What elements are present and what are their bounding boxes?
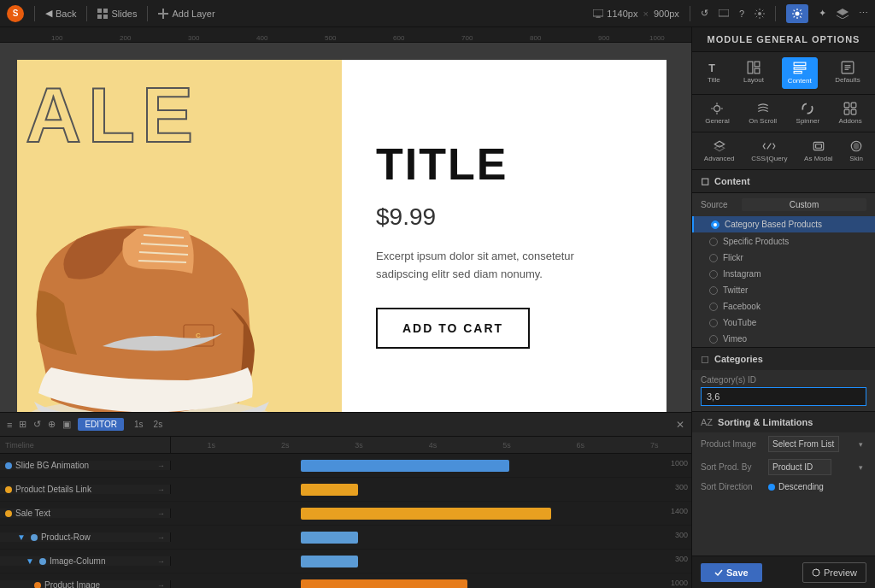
shoe-image: C xyxy=(17,137,299,412)
module-tab-row2: General On Scroll Spinner Addons xyxy=(692,95,875,132)
source-row: Source Custom xyxy=(692,193,875,216)
tab-defaults[interactable]: Defaults xyxy=(830,57,865,89)
device-preview[interactable] xyxy=(719,9,729,18)
svg-rect-6 xyxy=(593,9,603,16)
gear-active-button[interactable] xyxy=(786,4,808,23)
timeline-bar[interactable] xyxy=(301,532,358,544)
help-button[interactable]: ? xyxy=(739,9,744,19)
layers-button[interactable] xyxy=(837,9,849,19)
star-button[interactable]: ✦ xyxy=(819,8,826,19)
add-layer-button[interactable]: Add Layer xyxy=(158,9,214,19)
module-tab-row3: Advanced CSS/jQuery As Modal Skin xyxy=(692,132,875,170)
tab-title[interactable]: T Title xyxy=(702,57,725,89)
svg-point-32 xyxy=(803,103,813,113)
option-twitter[interactable]: Twitter xyxy=(692,282,875,298)
tab-advanced[interactable]: Advanced xyxy=(699,136,740,166)
save-button[interactable]: Save xyxy=(701,563,762,582)
timeline: ≡ ⊞ ↺ ⊕ ▣ EDITOR 1s 2s ✕ Timeline 1s 2s … xyxy=(0,412,691,588)
svg-rect-1 xyxy=(103,9,108,13)
slide-right: TITLE $9.99 Excerpt ipsum dolor sit amet… xyxy=(342,60,667,412)
svg-rect-3 xyxy=(103,15,108,19)
category-icon: ◻ xyxy=(701,353,709,365)
tab-spinner[interactable]: Spinner xyxy=(791,98,825,128)
canvas-area: 100 200 300 400 500 600 700 800 900 1000… xyxy=(0,27,691,588)
back-button[interactable]: ◀ Back xyxy=(45,8,76,19)
timeline-close-button[interactable]: ✕ xyxy=(676,419,684,431)
svg-rect-10 xyxy=(719,9,729,16)
sort-prod-by-select[interactable]: Product ID Product Name Price xyxy=(768,459,831,475)
option-vimeo[interactable]: Vimeo xyxy=(692,331,875,347)
option-flickr[interactable]: Flickr xyxy=(692,250,875,266)
svg-rect-5 xyxy=(158,13,168,15)
option-facebook[interactable]: Facebook xyxy=(692,298,875,315)
svg-rect-35 xyxy=(844,109,849,115)
product-image-row: Product Image Select From List Featured … xyxy=(692,432,875,456)
tab-content[interactable]: Content xyxy=(782,57,818,89)
svg-rect-26 xyxy=(794,71,802,73)
svg-rect-23 xyxy=(755,68,760,74)
resolution-display[interactable]: 1140px × 900px xyxy=(593,9,679,19)
timeline-hamburger-icon[interactable]: ≡ xyxy=(7,420,12,430)
option-youtube[interactable]: YouTube xyxy=(692,315,875,331)
option-category-based[interactable]: Category Based Products xyxy=(692,216,875,232)
radio-empty xyxy=(709,270,718,279)
radio-empty xyxy=(709,254,718,262)
categories-section-header: ◻ Categories xyxy=(692,347,875,370)
tab-layout[interactable]: Layout xyxy=(738,57,769,89)
timeline-editor-tab[interactable]: EDITOR xyxy=(78,418,124,431)
timeline-bar[interactable] xyxy=(301,460,509,472)
option-instagram[interactable]: Instagram xyxy=(692,266,875,282)
content-section-header: ◻ Content xyxy=(692,170,875,193)
radio-empty xyxy=(709,319,718,327)
add-to-cart-button[interactable]: ADD TO CART xyxy=(376,308,530,349)
table-row: Slide BG Animation → 1000 xyxy=(0,454,691,478)
sort-direction-row: Sort Direction Descending xyxy=(692,479,875,495)
slide-left: ALE xyxy=(17,60,342,412)
timeline-grid-icon[interactable]: ⊞ xyxy=(19,419,26,430)
svg-point-11 xyxy=(758,12,761,15)
sorting-icon: AZ xyxy=(701,417,713,427)
undo-button[interactable]: ↺ xyxy=(701,8,708,19)
timeline-plus-icon[interactable]: ⊕ xyxy=(48,419,56,430)
product-excerpt: Excerpt ipsum dolor sit amet, consetetur… xyxy=(376,248,615,284)
product-canvas: ALE xyxy=(17,60,667,412)
svg-rect-36 xyxy=(851,109,856,115)
timeline-folder-icon[interactable]: ▣ xyxy=(62,419,71,430)
table-row: Sale Text → 1400 xyxy=(0,502,691,526)
svg-text:T: T xyxy=(709,62,716,74)
tab-as-modal[interactable]: As Modal xyxy=(799,136,837,166)
menu-button[interactable]: ⋯ xyxy=(859,8,868,19)
svg-rect-39 xyxy=(815,144,821,149)
radio-empty xyxy=(709,238,718,246)
category-id-row: Category(s) ID xyxy=(692,370,875,411)
timeline-bar[interactable] xyxy=(301,579,467,588)
radio-empty xyxy=(709,335,718,344)
sort-direction-indicator xyxy=(768,484,775,491)
category-id-input[interactable] xyxy=(701,387,866,406)
tab-css-jquery[interactable]: CSS/jQuery xyxy=(746,136,792,166)
table-row: Product Details Link → 300 xyxy=(0,478,691,502)
settings-icon[interactable] xyxy=(755,9,765,19)
tab-on-scroll[interactable]: On Scroll xyxy=(743,98,782,128)
timeline-bar[interactable] xyxy=(301,484,358,496)
radio-filled xyxy=(711,220,719,229)
option-specific-products[interactable]: Specific Products xyxy=(692,233,875,250)
preview-button[interactable]: Preview xyxy=(802,562,866,583)
slides-button[interactable]: Slides xyxy=(97,9,137,19)
timeline-bar[interactable] xyxy=(301,556,358,567)
radio-empty xyxy=(709,286,718,295)
category-id-label: Category(s) ID xyxy=(701,375,866,385)
table-row: ▼ Product-Row → 300 xyxy=(0,526,691,550)
product-price: $9.99 xyxy=(376,203,632,231)
timeline-refresh-icon[interactable]: ↺ xyxy=(33,419,41,430)
svg-point-12 xyxy=(796,11,800,15)
tab-general[interactable]: General xyxy=(700,98,734,128)
tab-addons[interactable]: Addons xyxy=(834,98,867,128)
right-panel: MODULE GENERAL OPTIONS T Title Layout Co… xyxy=(691,27,875,588)
tab-skin[interactable]: Skin xyxy=(844,136,868,166)
timeline-rows: Slide BG Animation → 1000 Product Detail… xyxy=(0,454,691,588)
timeline-bar[interactable] xyxy=(301,508,550,520)
product-image-select[interactable]: Select From List Featured Image xyxy=(768,436,839,452)
table-row: Product Image → 1000 xyxy=(0,573,691,588)
product-title: TITLE xyxy=(376,138,632,190)
